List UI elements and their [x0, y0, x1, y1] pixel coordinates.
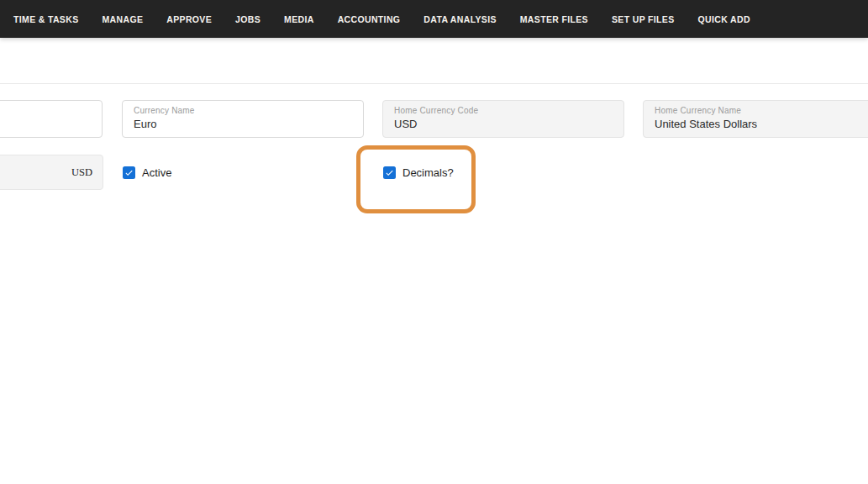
- home-currency-code-field[interactable]: Home Currency Code USD: [382, 100, 624, 138]
- nav-item-media[interactable]: MEDIA: [284, 14, 314, 24]
- active-checkbox[interactable]: [123, 166, 135, 179]
- nav-item-set-up-files[interactable]: SET UP FILES: [612, 14, 675, 24]
- home-currency-name-value: United States Dollars: [655, 118, 868, 130]
- nav-item-accounting[interactable]: ACCOUNTING: [338, 14, 401, 24]
- home-currency-code-label: Home Currency Code: [394, 106, 613, 115]
- nav-item-jobs[interactable]: JOBS: [235, 14, 260, 24]
- currency-name-label: Currency Name: [134, 106, 352, 115]
- nav-item-manage[interactable]: MANAGE: [103, 14, 144, 24]
- decimals-checkbox-group: Decimals?: [383, 166, 454, 179]
- nav-item-approve[interactable]: APPROVE: [166, 14, 212, 24]
- currency-symbol-field[interactable]: USD: [0, 155, 103, 190]
- currency-name-field[interactable]: Currency Name Euro: [122, 100, 364, 138]
- section-divider: [0, 83, 868, 84]
- decimals-checkbox-label: Decimals?: [402, 166, 454, 179]
- decimals-checkbox[interactable]: [383, 166, 396, 179]
- nav-item-quick-add[interactable]: QUICK ADD: [698, 14, 750, 24]
- currency-name-value: Euro: [134, 118, 352, 130]
- check-icon: [385, 168, 394, 177]
- nav-item-master-files[interactable]: MASTER FILES: [520, 14, 588, 24]
- currency-code-field-partial[interactable]: [0, 100, 103, 138]
- active-checkbox-label: Active: [142, 166, 171, 179]
- home-currency-name-label: Home Currency Name: [655, 106, 868, 115]
- decimals-highlight-box: [356, 145, 476, 213]
- nav-item-time-tasks[interactable]: TIME & TASKS: [13, 14, 79, 24]
- currency-setup-page: TIME & TASKS MANAGE APPROVE JOBS MEDIA A…: [0, 0, 868, 484]
- check-icon: [124, 168, 134, 177]
- active-checkbox-group: Active: [123, 166, 171, 179]
- currency-symbol-value: USD: [71, 166, 92, 179]
- top-nav: TIME & TASKS MANAGE APPROVE JOBS MEDIA A…: [0, 0, 868, 38]
- home-currency-name-field[interactable]: Home Currency Name United States Dollars: [643, 100, 868, 138]
- nav-item-data-analysis[interactable]: DATA ANALYSIS: [423, 14, 496, 24]
- home-currency-code-value: USD: [394, 118, 613, 130]
